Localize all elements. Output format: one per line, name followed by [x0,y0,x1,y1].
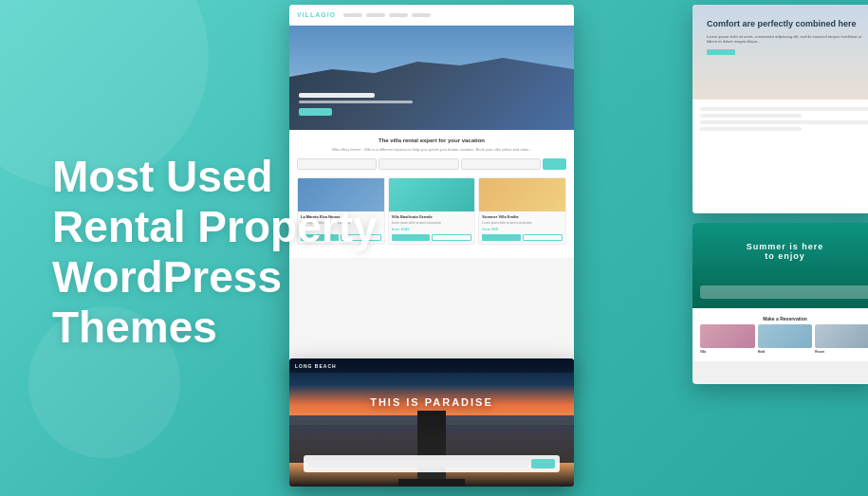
nav-link-1 [343,13,362,17]
comfort-hero-subtitle: Lorem ipsum dolor sit amet, consectetur … [707,34,868,45]
beach-pier [417,411,446,487]
comfort-content-lines [700,107,868,131]
search-button[interactable] [543,158,566,170]
property-card-2-buttons [392,234,472,241]
screenshot-long-beach: LONG BEACH THIS IS PARADISE [289,358,574,487]
screenshot-summer: Summer is hereto enjoy Make a Reservatio… [693,223,868,384]
summer-listing-2-title: Hotel [758,350,813,354]
property-card-3: Summer Villa Emilia Lorem ipsum dolor si… [478,177,566,245]
main-container: Most Used Rental Property WordPress Them… [0,0,868,496]
details-button-3[interactable] [523,234,563,241]
beach-hero-title: THIS IS PARADISE [289,396,574,408]
property-card-3-desc: Lorem ipsum dolor sit amet consectetur [482,221,563,225]
comfort-hero-text: Comfort are perfectly combined here Lore… [707,19,868,55]
property-card-3-buttons [482,234,563,241]
villagio-logo: VILLAGIO [297,11,336,18]
summer-listing-3-title: Resort [815,350,868,354]
property-card-2-title: Villa Basilicata Grande [392,214,472,219]
comfort-hero: Comfort are perfectly combined here Lore… [693,5,868,100]
beach-search [304,455,560,472]
summer-search-bar[interactable] [700,285,868,299]
summer-listing-1-title: Villa [700,350,755,354]
villagio-hero-text [299,93,413,116]
summer-section-title: Make a Reservation [700,316,868,321]
villagio-nav-links [343,13,431,17]
summer-listing-2-image [758,324,813,348]
beach-nav: LONG BEACH [289,358,574,373]
villagio-content-title: The villa rental expert for your vacatio… [297,138,566,143]
content-line-1 [700,107,868,111]
beach-search-input[interactable] [308,460,527,468]
summer-listing-3-image [815,324,868,348]
content-line-2 [700,114,802,118]
screenshot-comfort: Comfort are perfectly combined here Lore… [693,5,868,213]
hero-text-line2 [299,101,413,103]
property-card-2-desc: Lorem ipsum dolor sit amet consectetur [392,221,472,225]
nav-link-4 [412,13,431,17]
villagio-nav: VILLAGIO [289,5,574,26]
content-line-4 [700,127,802,131]
guests-field[interactable] [461,158,541,170]
villagio-hero [289,26,574,130]
property-card-3-image [479,178,565,211]
comfort-read-more[interactable] [707,49,735,55]
book-button-3[interactable] [482,234,520,241]
property-card-3-price: from $99 [482,227,563,231]
property-card-3-body: Summer Villa Emilia Lorem ipsum dolor si… [479,211,565,244]
beach-hero: LONG BEACH THIS IS PARADISE [289,358,574,487]
details-button-2[interactable] [432,234,471,241]
content-line-3 [700,120,868,124]
summer-listing-1-image [700,324,755,348]
summer-listing-2: Hotel [758,324,813,354]
summer-listing-3: Resort [815,324,868,354]
summer-hero-title: Summer is hereto enjoy [693,242,868,261]
property-card-3-title: Summer Villa Emilia [482,214,563,219]
beach-logo: LONG BEACH [295,363,337,369]
comfort-content [693,100,868,213]
summer-content: Make a Reservation Villa Hotel Resort [693,308,868,361]
hero-text-line1 [299,93,375,98]
headline-area: Most Used Rental Property WordPress Them… [52,152,403,353]
nav-link-2 [366,13,385,17]
summer-listing-1: Villa [700,324,755,354]
beach-search-button[interactable] [531,459,555,468]
summer-hero: Summer is hereto enjoy [693,223,868,308]
property-card-2-price: from $149 [392,227,472,231]
headline-text: Most Used Rental Property WordPress Them… [52,152,403,353]
hero-cta-button[interactable] [299,108,332,116]
comfort-hero-title: Comfort are perfectly combined here [707,19,868,29]
summer-listings: Villa Hotel Resort [700,324,868,354]
nav-link-3 [389,13,408,17]
